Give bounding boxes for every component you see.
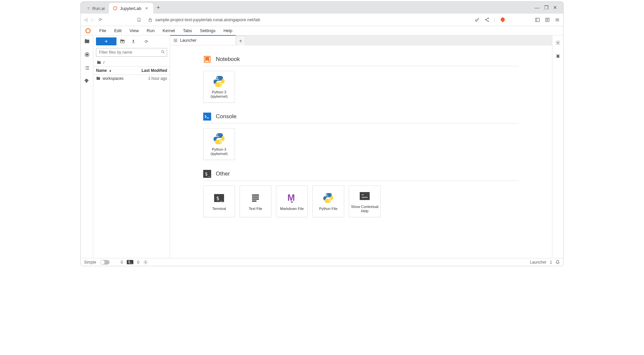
hamburger-menu-icon[interactable]	[555, 17, 560, 23]
launcher-panel: Notebook Python 3 (ipykernel)	[170, 45, 552, 258]
url-text: sample-project-test-jupyterlab.runai.ais…	[155, 17, 260, 22]
running-tab-icon[interactable]	[84, 51, 90, 58]
svg-point-31	[557, 55, 559, 58]
bookmark-icon[interactable]	[137, 18, 141, 22]
svg-point-15	[217, 77, 218, 78]
menu-tabs[interactable]: Tabs	[180, 27, 195, 34]
menu-view[interactable]: View	[126, 27, 142, 34]
terminal-status-icon[interactable]: $_	[127, 260, 133, 264]
filter-files-input[interactable]	[96, 48, 167, 57]
browser-tab-strip: ⠿ Run.ai JupyterLab × + — ❐ ✕	[81, 2, 563, 14]
upload-icon[interactable]	[131, 39, 139, 44]
jupyter-favicon	[113, 6, 117, 11]
launcher-tab-icon	[173, 38, 177, 42]
card-label: Markdown File	[279, 207, 305, 211]
svg-point-30	[557, 42, 559, 43]
svg-point-19	[220, 142, 221, 143]
python-icon	[322, 191, 335, 205]
brave-shield-icon[interactable]	[500, 17, 506, 23]
lock-icon	[148, 18, 153, 22]
python-icon	[212, 75, 226, 88]
doc-tab-launcher[interactable]: Launcher	[170, 35, 236, 45]
menu-help[interactable]: Help	[220, 27, 236, 34]
toc-tab-icon[interactable]	[84, 65, 90, 71]
extensions-tab-icon[interactable]	[84, 78, 90, 84]
svg-point-4	[485, 19, 486, 20]
launcher-card-markdown[interactable]: M Markdown File	[276, 185, 308, 217]
browser-tab-runai[interactable]: ⠿ Run.ai	[83, 3, 109, 14]
status-mode-label: Launcher	[530, 260, 546, 265]
python-icon	[212, 132, 226, 145]
filebrowser-panel: + ⟳ / Name	[93, 35, 170, 258]
launcher-card-contextual-help[interactable]: Show Contextual Help	[349, 185, 381, 217]
new-folder-icon[interactable]	[120, 39, 128, 44]
bell-icon[interactable]	[555, 260, 560, 265]
right-activity-bar	[552, 35, 563, 258]
card-label: Python 3 (ipykernel)	[204, 147, 235, 156]
kernel-count: 0	[137, 260, 140, 265]
new-launcher-button[interactable]: +	[96, 37, 116, 45]
debugger-icon[interactable]	[555, 53, 561, 59]
browser-tab-label: Run.ai	[92, 6, 105, 11]
card-label: Text File	[248, 207, 264, 211]
browser-tab-jupyterlab[interactable]: JupyterLab ×	[109, 3, 154, 14]
file-row[interactable]: workspaces 1 hour ago	[93, 75, 170, 82]
folder-icon	[97, 60, 101, 65]
breadcrumb-path: /	[103, 60, 105, 65]
window-minimize-icon[interactable]: —	[534, 5, 539, 11]
card-label: Python File	[318, 207, 339, 211]
breadcrumb[interactable]: /	[93, 59, 170, 66]
window-close-icon[interactable]: ✕	[553, 5, 557, 11]
menu-settings[interactable]: Settings	[197, 27, 219, 34]
key-icon[interactable]	[475, 17, 480, 23]
svg-point-32	[145, 262, 146, 263]
status-notification-count: 1	[550, 260, 552, 265]
menu-edit[interactable]: Edit	[111, 27, 125, 34]
nav-forward-icon[interactable]: ▷	[91, 17, 95, 22]
launcher-card-terminal[interactable]: $_ Terminal	[203, 185, 235, 217]
launcher-card-textfile[interactable]: Text File	[240, 185, 271, 217]
svg-rect-28	[361, 194, 364, 196]
card-label: Show Contextual Help	[349, 205, 380, 213]
filebrowser-header: Name ▲ Last Modified	[93, 66, 170, 75]
menu-file[interactable]: File	[96, 27, 110, 34]
property-inspector-icon[interactable]	[555, 39, 561, 46]
column-name-header[interactable]: Name ▲	[93, 67, 139, 75]
console-section-icon	[203, 113, 211, 121]
filebrowser-tab-icon[interactable]	[84, 38, 90, 45]
url-field[interactable]: sample-project-test-jupyterlab.runai.ais…	[145, 17, 471, 22]
markdown-icon: M	[285, 191, 299, 205]
nav-back-icon[interactable]: ◁	[84, 17, 87, 22]
simple-mode-label: Simple	[84, 260, 96, 265]
card-label: Terminal	[211, 207, 227, 211]
new-tab-button[interactable]: +	[153, 4, 163, 11]
launcher-card-console-python3[interactable]: Python 3 (ipykernel)	[203, 128, 235, 160]
svg-point-0	[113, 7, 117, 10]
browser-tab-label: JupyterLab	[120, 6, 141, 11]
launcher-card-pythonfile[interactable]: Python File	[312, 185, 344, 217]
menu-run[interactable]: Run	[143, 27, 158, 34]
sidebar-toggle-icon[interactable]	[535, 17, 540, 23]
svg-point-3	[488, 18, 489, 19]
notebook-section-icon	[203, 55, 211, 63]
svg-rect-1	[149, 20, 152, 21]
textfile-icon	[249, 191, 262, 205]
reader-icon[interactable]	[545, 17, 550, 23]
file-modified: 1 hour ago	[148, 76, 167, 81]
kernel-settings-icon[interactable]	[143, 260, 148, 265]
launcher-card-notebook-python3[interactable]: Python 3 (ipykernel)	[203, 71, 235, 103]
simple-mode-toggle[interactable]	[100, 260, 110, 265]
add-doc-tab-button[interactable]: +	[236, 36, 245, 45]
svg-rect-29	[361, 196, 368, 198]
nav-reload-icon[interactable]: ⟳	[99, 17, 102, 22]
svg-point-16	[220, 85, 221, 86]
runai-favicon: ⠿	[87, 7, 90, 10]
card-label: Python 3 (ipykernel)	[204, 90, 235, 99]
menu-kernel[interactable]: Kernel	[159, 27, 178, 34]
refresh-icon[interactable]: ⟳	[142, 39, 150, 44]
share-icon[interactable]	[484, 17, 489, 22]
column-modified-header[interactable]: Last Modified	[139, 67, 170, 75]
window-maximize-icon[interactable]: ❐	[544, 5, 548, 11]
close-tab-icon[interactable]: ×	[144, 6, 149, 11]
svg-point-2	[475, 20, 477, 21]
